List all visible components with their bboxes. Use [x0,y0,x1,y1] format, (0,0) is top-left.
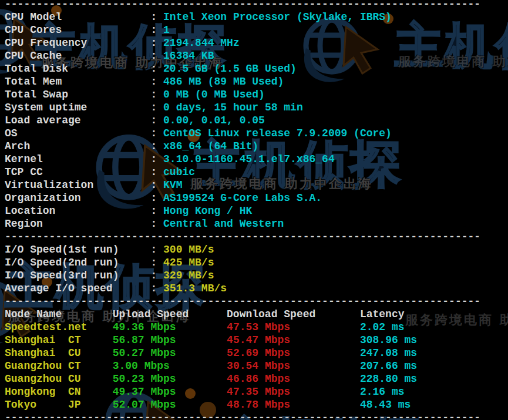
io-speed-row: I/O Speed(1st run) : 300 MB/s [5,243,480,256]
row-value: AS199524 G-Core Labs S.A. [163,192,322,204]
row-value: CentOS Linux release 7.9.2009 (Core) [163,127,392,139]
row-label: Organization [5,192,150,204]
colon: : [150,140,163,152]
system-info-row: Load average : 0.00, 0.01, 0.05 [5,114,480,127]
upload-speed: 3.00 Mbps [113,360,227,372]
system-info-row: Total Swap : 0 MB (0 MB Used) [5,88,480,101]
colon: : [150,205,163,217]
colon: : [150,50,163,62]
system-info-row: Virtualization : KVM [5,179,480,191]
download-speed: 47.53 Mbps [227,321,360,333]
separator-line: ----------------------------------------… [5,230,480,243]
upload-speed: 56.87 Mbps [113,334,227,346]
colon: : [150,257,163,268]
download-speed: 48.78 Mbps [227,399,360,411]
colon: : [150,244,163,256]
row-label: CPU Cache [5,50,150,62]
colon: : [150,115,163,126]
row-value: 486 MB (89 MB Used) [163,76,284,88]
row-value: 329 MB/s [163,270,214,281]
download-speed: 52.69 Mbps [227,347,360,359]
system-info-row: CPU Model : Intel Xeon Processor (Skylak… [5,11,480,23]
separator-dashes: ----------------------------------------… [5,295,480,307]
colon: : [150,192,163,204]
row-label: I/O Speed(1st run) [5,244,150,256]
speedtest-row: Hongkong CN 49.37 Mbps 47.35 Mbps 2.16 m… [5,385,480,398]
row-value: 425 MB/s [163,257,214,268]
row-label: CPU Frequency [5,37,150,49]
row-value: x86_64 (64 Bit) [163,140,258,152]
separator-dashes: ----------------------------------------… [5,412,480,420]
row-label: CPU Model [5,11,150,23]
system-info-row: Region : Central and Western [5,217,480,230]
system-info-row: CPU Cores : 1 [5,23,480,36]
row-value: 0 MB (0 MB Used) [163,89,265,100]
column-headers: Node Name Upload Speed Download Speed La… [5,308,405,320]
row-label: OS [5,127,150,139]
speedtest-row: Speedtest.net 49.36 Mbps 47.53 Mbps 2.02… [5,321,480,334]
system-info-row: Arch : x86_64 (64 Bit) [5,140,480,153]
row-value: 3.10.0-1160.45.1.el7.x86_64 [163,153,335,165]
row-label: Virtualization [5,179,150,191]
node-name: Speedtest.net [5,321,113,333]
latency-value: 207.66 ms [360,360,417,372]
download-speed: 47.35 Mbps [227,386,360,398]
system-info-row: TCP CC : cubic [5,166,480,179]
system-info-row: Total Mem : 486 MB (89 MB Used) [5,75,480,88]
latency-value: 228.80 ms [360,373,417,385]
speedtest-row: Shanghai CT 56.87 Mbps 45.47 Mbps 308.96… [5,334,480,347]
latency-value: 2.16 ms [360,386,405,398]
download-speed: 46.86 Mbps [227,373,360,385]
row-value: cubic [163,166,195,178]
separator-dashes: ----------------------------------------… [5,231,480,243]
node-name: Guangzhou CT [5,360,113,372]
row-label: Total Disk [5,63,150,75]
node-name: Guangzhou CU [5,373,113,385]
node-name: Shanghai CT [5,334,113,346]
row-value: 2194.844 MHz [163,37,240,49]
row-value: 351.3 MB/s [163,283,227,294]
system-info-row: CPU Frequency : 2194.844 MHz [5,36,480,49]
latency-value: 48.43 ms [360,399,411,411]
terminal-screenshot: { "colors": { "background": "#000000", "… [0,0,508,420]
row-label: System uptime [5,102,150,113]
colon: : [150,63,163,75]
separator-line: ----------------------------------------… [5,411,480,420]
colon: : [150,102,163,113]
colon: : [150,179,163,191]
row-label: Average I/O speed [5,283,150,294]
colon: : [150,37,163,49]
row-label: I/O Speed(3rd run) [5,270,150,281]
speedtest-row: Guangzhou CT 3.00 Mbps 30.54 Mbps 207.66… [5,359,480,372]
row-label: CPU Cores [5,24,150,36]
system-info-row: OS : CentOS Linux release 7.9.2009 (Core… [5,127,480,140]
system-info-row: CPU Cache : 16384 KB [5,49,480,62]
io-speed-row: I/O Speed(2nd run) : 425 MB/s [5,256,480,269]
row-label: Load average [5,115,150,126]
speedtest-row: Tokyo JP 52.07 Mbps 48.78 Mbps 48.43 ms [5,398,480,411]
separator-line: ----------------------------------------… [5,295,480,308]
colon: : [150,283,163,294]
system-info-row: System uptime : 0 days, 15 hour 58 min [5,101,480,114]
colon: : [150,11,163,23]
row-value: KVM [163,179,182,191]
system-info-row: Total Disk : 20.5 GB (1.5 GB Used) [5,62,480,75]
row-value: Hong Kong / HK [163,205,252,217]
upload-speed: 50.23 Mbps [113,373,227,385]
node-name: Tokyo JP [5,399,113,411]
upload-speed: 52.07 Mbps [113,399,227,411]
download-speed: 45.47 Mbps [227,334,360,346]
row-label: Kernel [5,153,150,165]
row-label: TCP CC [5,166,150,178]
colon: : [150,218,163,230]
io-speed-row: Average I/O speed : 351.3 MB/s [5,282,480,295]
row-value: 20.5 GB (1.5 GB Used) [163,63,297,75]
io-speed-row: I/O Speed(3rd run) : 329 MB/s [5,269,480,282]
benchmark-terminal-output: ----------------------------------------… [5,0,480,420]
separator-dashes: ----------------------------------------… [5,0,480,10]
speedtest-row: Shanghai CU 50.27 Mbps 52.69 Mbps 247.08… [5,347,480,359]
system-info-row: Location : Hong Kong / HK [5,204,480,217]
row-label: Location [5,205,150,217]
colon: : [150,127,163,139]
row-value: 0 days, 15 hour 58 min [163,102,303,113]
